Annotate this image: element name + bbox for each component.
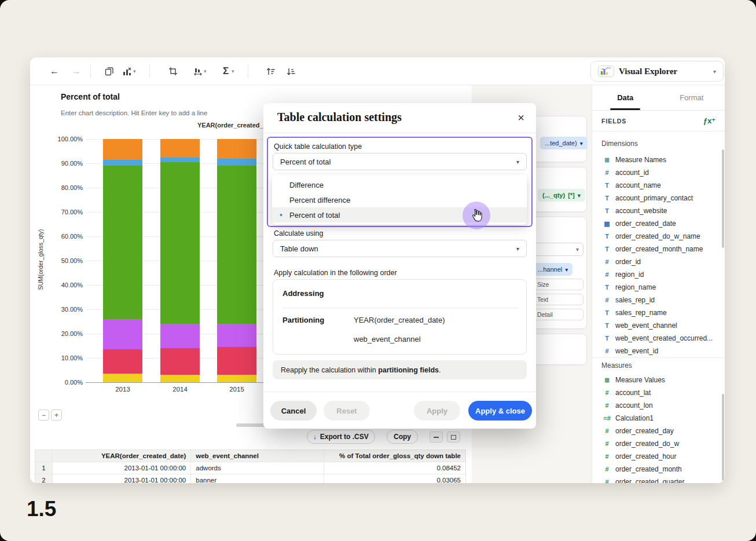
swap-axes-caret-icon[interactable]: ▾	[204, 68, 207, 74]
field-item-order-created-hour[interactable]: #order_created_hour	[592, 450, 721, 463]
field-item-order-created-month-name[interactable]: Torder_created_month_name	[592, 243, 721, 255]
columns-field-pill[interactable]: ...ted_date) ▾	[540, 137, 588, 149]
cancel-button[interactable]: Cancel	[270, 401, 317, 421]
workspace-selector[interactable]: Visual Explorer ▾	[590, 61, 724, 82]
bar-segment-segment-blue[interactable]	[217, 159, 256, 166]
marks-field-pill[interactable]: ...hannel ▾	[533, 263, 572, 276]
text-icon: T	[603, 246, 611, 253]
sigma-aggregate-icon[interactable]: Σ	[219, 64, 233, 78]
apply-button[interactable]: Apply	[414, 401, 460, 421]
field-item-web-event-created-occurred-[interactable]: Tweb_event_created_occurred...	[592, 332, 721, 345]
bar-segment-segment-green[interactable]	[103, 166, 142, 319]
text-drop-target[interactable]: Text	[532, 294, 583, 305]
zoom-in-button[interactable]: +	[51, 410, 62, 421]
export-csv-button[interactable]: ↓ Export to .CSV	[307, 430, 375, 444]
field-item-order-id[interactable]: #order_id	[592, 255, 721, 268]
bar-segment-segment-blue[interactable]	[160, 158, 200, 162]
bar-segment-segment-green[interactable]	[160, 162, 200, 324]
channel-column-header[interactable]: web_event_channel	[191, 450, 324, 462]
quick-calc-select[interactable]: Percent of total ▾	[273, 153, 527, 170]
fields-sidebar: Data Format FIELDS ƒx⁺ Dimensions ≣Measu…	[592, 85, 725, 483]
sigma-caret-icon[interactable]: ▾	[232, 68, 234, 74]
field-item-sales-rep-id[interactable]: #sales_rep_id	[592, 294, 721, 306]
swap-axes-icon[interactable]	[191, 64, 205, 78]
field-item-order-created-day[interactable]: #order_created_day	[592, 425, 721, 437]
field-item-region-id[interactable]: #region_id	[592, 268, 721, 281]
field-item-order-created-date[interactable]: ▦order_created_date	[592, 217, 721, 230]
bar-segment-segment-yellow[interactable]	[103, 374, 142, 382]
rows-field-pill[interactable]: (..._qty) [*] ▾	[538, 189, 585, 202]
field-item-web-event-id[interactable]: #web_event_id	[592, 345, 721, 357]
bar-segment-segment-green[interactable]	[217, 166, 256, 324]
duplicate-icon[interactable]	[102, 64, 116, 78]
field-item-sales-rep-name[interactable]: Tsales_rep_name	[592, 306, 721, 319]
sort-ascending-icon[interactable]	[263, 64, 277, 78]
field-item-order-created-do-w[interactable]: #order_created_do_w	[592, 437, 721, 450]
field-item-measure-names[interactable]: ≣Measure Names	[592, 153, 721, 166]
bar-segment-segment-blue[interactable]	[103, 160, 142, 166]
bar-segment-segment-red[interactable]	[160, 348, 200, 375]
field-item-web-event-channel[interactable]: Tweb_event_channel	[592, 319, 721, 332]
bar-segment-segment-yellow[interactable]	[160, 375, 200, 382]
tab-data[interactable]: Data	[592, 85, 659, 110]
rows-pill-badge: [*]	[568, 192, 575, 199]
bar-segment-segment-red[interactable]	[103, 349, 142, 374]
back-arrow-icon[interactable]: ←	[47, 64, 61, 78]
partitioning-field[interactable]: YEAR(order_created_date)	[354, 316, 445, 324]
copy-button[interactable]: Copy	[387, 430, 418, 444]
zoom-out-button[interactable]: −	[38, 410, 49, 421]
chart-options-icon[interactable]	[120, 64, 134, 78]
field-item-account-website[interactable]: Taccount_website	[592, 204, 721, 217]
dimensions-scrollbar-thumb[interactable]	[722, 149, 724, 248]
chart-subtitle[interactable]: Enter chart description. Hit Enter key t…	[61, 109, 207, 116]
bar-segment-segment-purple[interactable]	[160, 324, 200, 348]
field-item-order-created-quarter[interactable]: #order_created_quarter	[592, 476, 721, 483]
detail-drop-target[interactable]: Detail	[532, 309, 583, 320]
chart-options-caret-icon[interactable]: ▾	[133, 68, 136, 74]
field-item-account-primary-contact[interactable]: Taccount_primary_contact	[592, 192, 721, 204]
collapse-table-button[interactable]	[430, 432, 443, 443]
field-item-measure-values[interactable]: ≣Measure Values	[592, 374, 721, 386]
mark-type-select[interactable]: ▾	[532, 243, 583, 256]
field-item-order-created-month[interactable]: #order_created_month	[592, 463, 721, 476]
crop-icon[interactable]	[166, 64, 180, 78]
workspace-caret-icon[interactable]: ▾	[713, 68, 716, 75]
bar-segment-segment-purple[interactable]	[103, 319, 142, 350]
year-column-header[interactable]: YEAR(order_created_date)	[53, 450, 191, 462]
fields-header: FIELDS ƒx⁺	[592, 111, 725, 131]
table-row[interactable]: 22013-01-01 00:00:00banner0.03065	[35, 474, 465, 483]
dropdown-option-percent-difference[interactable]: Percent difference	[272, 192, 527, 207]
bar-segment-segment-yellow[interactable]	[217, 375, 256, 382]
pill-caret-icon[interactable]: ▾	[565, 266, 568, 273]
dropdown-option-difference[interactable]: Difference	[272, 177, 527, 192]
bar-segment-segment-red[interactable]	[217, 347, 256, 375]
tab-format[interactable]: Format	[659, 85, 725, 110]
apply-and-close-button[interactable]: Apply & close	[468, 401, 532, 421]
bar-segment-segment-purple[interactable]	[217, 324, 256, 347]
calculate-using-select[interactable]: Table down ▾	[273, 240, 527, 257]
bar-segment-segment-orange[interactable]	[160, 139, 200, 158]
field-item-order-created-do-w-name[interactable]: Torder_created_do_w_name	[592, 230, 721, 243]
y-tick-label: 50.00%	[53, 257, 83, 264]
pill-caret-icon[interactable]: ▾	[580, 140, 583, 147]
bar-segment-segment-orange[interactable]	[103, 139, 142, 160]
pct-column-header[interactable]: % of Total order_gloss_qty down table	[324, 450, 465, 462]
field-item-account-name[interactable]: Taccount_name	[592, 179, 721, 192]
partitioning-field[interactable]: web_event_channel	[354, 335, 421, 343]
table-row[interactable]: 12013-01-01 00:00:00adwords0.08452	[35, 462, 465, 474]
size-drop-target[interactable]: Size	[532, 279, 583, 290]
measures-scrollbar-thumb[interactable]	[722, 394, 724, 481]
sort-descending-icon[interactable]	[284, 64, 298, 78]
field-item-calculation1[interactable]: =#Calculation1	[592, 412, 721, 425]
forward-arrow-icon[interactable]: →	[69, 64, 83, 78]
bar-segment-segment-orange[interactable]	[217, 139, 256, 159]
field-item-account-lat[interactable]: #account_lat	[592, 386, 721, 399]
field-item-account-id[interactable]: #account_id	[592, 166, 721, 179]
close-icon[interactable]: ×	[518, 111, 524, 125]
expand-table-button[interactable]	[447, 432, 460, 443]
reset-button[interactable]: Reset	[324, 401, 370, 421]
field-item-account-lon[interactable]: #account_lon	[592, 399, 721, 412]
add-calculation-icon[interactable]: ƒx⁺	[703, 116, 715, 125]
pill-caret-icon[interactable]: ▾	[578, 192, 581, 199]
field-item-region-name[interactable]: Tregion_name	[592, 281, 721, 294]
